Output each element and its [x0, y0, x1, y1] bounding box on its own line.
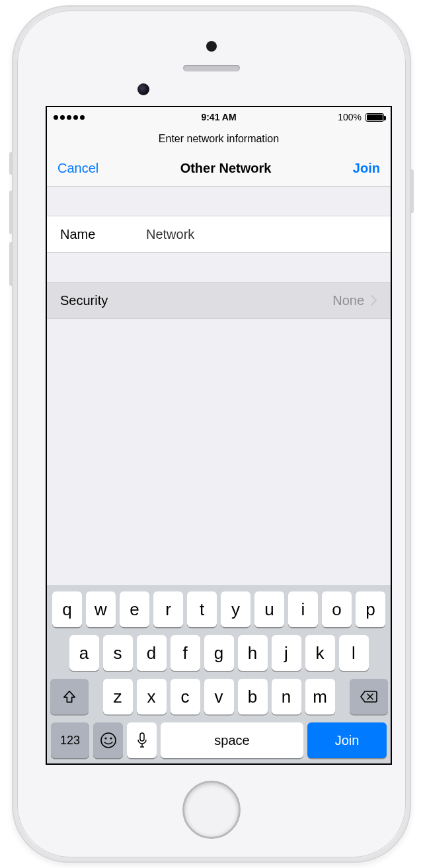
home-button[interactable] — [182, 781, 241, 839]
key-r[interactable]: r — [153, 591, 183, 627]
key-d[interactable]: d — [137, 635, 167, 671]
mute-switch — [9, 152, 13, 175]
section-gap — [47, 253, 391, 282]
numbers-key[interactable]: 123 — [51, 722, 89, 758]
earpiece-speaker — [183, 65, 240, 71]
key-p[interactable]: p — [356, 591, 385, 627]
status-clock: 9:41 AM — [201, 112, 236, 122]
svg-point-0 — [101, 733, 116, 748]
security-value: None — [332, 293, 364, 308]
key-g[interactable]: g — [204, 635, 234, 671]
key-i[interactable]: i — [288, 591, 318, 627]
keyboard: qwertyuiop asdfghjkl zxcvbnm 123 — [47, 586, 391, 763]
key-s[interactable]: s — [103, 635, 133, 671]
key-v[interactable]: v — [204, 679, 234, 715]
section-gap — [47, 187, 391, 216]
key-l[interactable]: l — [339, 635, 369, 671]
key-k[interactable]: k — [305, 635, 335, 671]
security-label: Security — [60, 293, 146, 308]
keyboard-row-3: zxcvbnm — [50, 679, 388, 715]
front-camera — [137, 83, 149, 95]
keyboard-row-2: asdfghjkl — [50, 635, 388, 671]
nav-bar: Cancel Other Network Join — [47, 151, 391, 187]
power-button — [410, 169, 414, 213]
name-row[interactable]: Name — [47, 216, 391, 253]
key-h[interactable]: h — [238, 635, 268, 671]
svg-point-1 — [104, 737, 106, 739]
key-t[interactable]: t — [187, 591, 217, 627]
svg-rect-3 — [140, 733, 144, 741]
signal-strength-icon — [54, 115, 85, 120]
chevron-right-icon — [371, 295, 377, 306]
key-f[interactable]: f — [171, 635, 200, 671]
keyboard-join-key[interactable]: Join — [307, 722, 387, 758]
key-b[interactable]: b — [238, 679, 268, 715]
key-q[interactable]: q — [52, 591, 82, 627]
key-n[interactable]: n — [272, 679, 301, 715]
volume-up-button — [9, 191, 13, 234]
nav-title: Other Network — [180, 161, 272, 176]
keyboard-row-1: qwertyuiop — [50, 591, 388, 627]
content-filler — [47, 319, 391, 586]
key-w[interactable]: w — [86, 591, 116, 627]
nav-subtitle: Enter network information — [47, 127, 391, 151]
key-e[interactable]: e — [120, 591, 149, 627]
status-bar: 9:41 AM 100% — [47, 107, 391, 127]
volume-down-button — [9, 242, 13, 286]
emoji-key[interactable] — [93, 722, 123, 758]
screen: 9:41 AM 100% Enter network information C… — [46, 106, 392, 765]
cancel-button[interactable]: Cancel — [58, 161, 98, 176]
key-m[interactable]: m — [305, 679, 335, 715]
proximity-sensor — [206, 41, 217, 52]
key-c[interactable]: c — [171, 679, 200, 715]
battery-icon — [365, 113, 384, 122]
network-name-input[interactable] — [146, 227, 377, 242]
key-o[interactable]: o — [322, 591, 352, 627]
key-y[interactable]: y — [221, 591, 250, 627]
dictation-key[interactable] — [127, 722, 157, 758]
key-z[interactable]: z — [103, 679, 133, 715]
join-button[interactable]: Join — [353, 161, 380, 176]
phone-body: 9:41 AM 100% Enter network information C… — [12, 5, 411, 863]
svg-point-2 — [110, 737, 112, 739]
key-j[interactable]: j — [272, 635, 301, 671]
key-u[interactable]: u — [254, 591, 284, 627]
backspace-key[interactable] — [350, 679, 388, 715]
keyboard-row-4: 123 space Join — [50, 722, 388, 758]
shift-key[interactable] — [50, 679, 89, 715]
key-a[interactable]: a — [69, 635, 99, 671]
key-x[interactable]: x — [137, 679, 167, 715]
battery-percentage: 100% — [338, 112, 362, 122]
name-label: Name — [60, 227, 146, 242]
space-key[interactable]: space — [161, 722, 303, 758]
security-row[interactable]: Security None — [47, 282, 391, 319]
